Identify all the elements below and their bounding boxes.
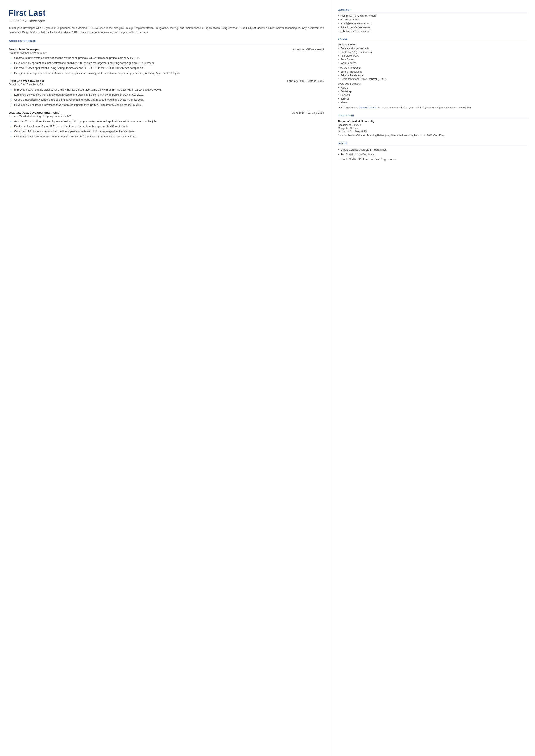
list-item: Oracle Certified Professional Java Progr… <box>338 157 529 161</box>
edu-awards: Awards: Resume Worded Teaching Fellow (o… <box>338 134 529 137</box>
job-1-company: Resume Worded, New York, NY <box>9 51 324 54</box>
job-3-bullets: Assisted 25 junior & senior employees in… <box>9 119 324 139</box>
list-item: linkedin.com/in/username <box>338 26 529 29</box>
job-1-header: Junior Java Developer November 2015 – Pr… <box>9 48 324 51</box>
contact-list: Memphis, TN (Open to Remote) +1-234-456-… <box>338 14 529 33</box>
list-item: email@resumeworded.com <box>338 22 529 25</box>
promo-text-after: to scan your resume before you send it o… <box>377 106 470 109</box>
list-item: Spring Framework <box>338 70 529 73</box>
list-item: Oracle Certified Java SE 6 Programmer. <box>338 148 529 152</box>
list-item: Developed 7 application interfaces that … <box>10 103 324 107</box>
list-item: Servlets <box>338 94 529 97</box>
list-item: Developed 15 applications that tracked a… <box>10 61 324 65</box>
edu-location: Boston, MA — May 2010 <box>338 130 529 133</box>
tools-list: jQuery Bootstrap Servlets Tomcat Maven <box>338 86 529 104</box>
tools-software-label: Tools and Software: <box>338 82 529 85</box>
list-item: Coded embedded stylesheets into existing… <box>10 98 324 102</box>
list-item: Maven <box>338 101 529 104</box>
job-3-header: Graduate Java Developer (Internship) Jun… <box>9 111 324 114</box>
list-item: Created 21 Java applications using Sprin… <box>10 66 324 70</box>
list-item: Improved search engine visibility for a … <box>10 88 324 92</box>
list-item: Full Stack JAVA <box>338 54 529 57</box>
list-item: Designed, developed, and tested 32 web-b… <box>10 71 324 75</box>
main-column: First Last Junior Java Developer Junior … <box>0 0 332 756</box>
list-item: Collaborated with 20 team members to des… <box>10 135 324 139</box>
edu-degree: Bachelor of Science <box>338 124 529 126</box>
list-item: Compiled 120 bi-weekly reports that the … <box>10 129 324 134</box>
other-section: OTHER Oracle Certified Java SE 6 Program… <box>338 142 529 161</box>
job-2-title: Front End Web Developer <box>9 79 44 83</box>
skills-label: SKILLS <box>338 38 529 42</box>
list-item: Bootstrap <box>338 90 529 93</box>
other-list: Oracle Certified Java SE 6 Programmer. S… <box>338 148 529 161</box>
job-1-title: Junior Java Developer <box>9 48 40 51</box>
list-item: Jakarta Persistence <box>338 74 529 77</box>
edu-field: Computer Science <box>338 127 529 130</box>
skills-section: SKILLS Technical Skills: Frameworks (Adv… <box>338 38 529 109</box>
candidate-summary: Junior java developer with 10 years of e… <box>9 26 324 35</box>
promo-link[interactable]: Resume Worded <box>359 106 377 109</box>
job-3-dates: June 2010 – January 2013 <box>292 111 324 114</box>
list-item: jQuery <box>338 86 529 89</box>
list-item: Memphis, TN (Open to Remote) <box>338 14 529 17</box>
list-item: Deployed Java Server Page (JSP) to help … <box>10 125 324 129</box>
promo-text-before: Don't forget to use <box>338 106 359 109</box>
candidate-name: First Last <box>9 9 324 18</box>
job-3-company: Resume Worded's Exciting Company, New Yo… <box>9 115 324 118</box>
list-item: +1-234-456-789 <box>338 18 529 21</box>
job-1-bullets: Created 12 new systems that tracked the … <box>9 56 324 75</box>
job-2-bullets: Improved search engine visibility for a … <box>9 88 324 107</box>
technical-skills-label: Technical Skills: <box>338 43 529 46</box>
promo-block: Don't forget to use Resume Worded to sca… <box>338 106 529 109</box>
education-label: EDUCATION <box>338 114 529 118</box>
side-column: CONTACT Memphis, TN (Open to Remote) +1-… <box>332 0 535 756</box>
list-item: Restful APIS (Experienced) <box>338 51 529 54</box>
industry-skills-list: Spring Framework Jakarta Persistence Rep… <box>338 70 529 81</box>
list-item: Launched 14 websites that directly contr… <box>10 93 324 97</box>
edu-school: Resume Worded University <box>338 120 529 123</box>
job-1-dates: November 2015 – Present <box>293 48 324 51</box>
technical-skills-list: Frameworks (Advanced) Restful APIS (Expe… <box>338 47 529 65</box>
list-item: Created 12 new systems that tracked the … <box>10 56 324 60</box>
education-section: EDUCATION Resume Worded University Bache… <box>338 114 529 137</box>
job-2-header: Front End Web Developer February 2013 – … <box>9 79 324 83</box>
list-item: Representational State Transfer (REST) <box>338 78 529 81</box>
list-item: Sun Certified Java Developer. <box>338 153 529 156</box>
candidate-title: Junior Java Developer <box>9 19 324 23</box>
list-item: Web Services <box>338 62 529 65</box>
list-item: Java Spring <box>338 58 529 61</box>
list-item: Assisted 25 junior & senior employees in… <box>10 119 324 124</box>
contact-section: CONTACT Memphis, TN (Open to Remote) +1-… <box>338 9 529 33</box>
other-label: OTHER <box>338 142 529 146</box>
work-experience-label: WORK EXPERIENCE <box>9 40 324 44</box>
job-2-dates: February 2013 – October 2015 <box>287 79 324 83</box>
list-item: Tomcat <box>338 97 529 100</box>
list-item: github.com/resumeworded <box>338 30 529 33</box>
industry-knowledge-label: Industry Knowledge: <box>338 66 529 70</box>
contact-label: CONTACT <box>338 9 529 13</box>
job-3-title: Graduate Java Developer (Internship) <box>9 111 60 114</box>
list-item: Frameworks (Advanced) <box>338 47 529 50</box>
job-2-company: Growthsi, San Francisco, CA <box>9 83 324 86</box>
